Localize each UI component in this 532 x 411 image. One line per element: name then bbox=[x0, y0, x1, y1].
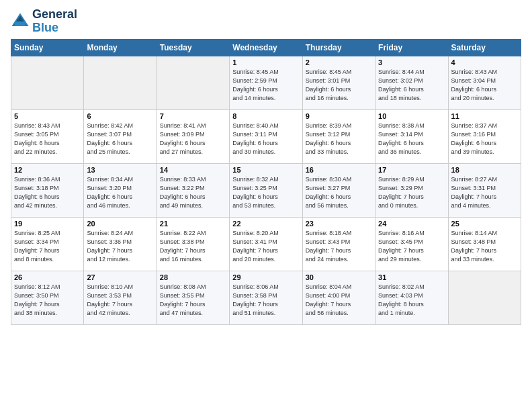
logo-icon bbox=[11, 12, 30, 31]
day-info: Sunrise: 8:30 AM Sunset: 3:27 PM Dayligh… bbox=[306, 175, 372, 210]
calendar-cell: 10Sunrise: 8:38 AM Sunset: 3:14 PM Dayli… bbox=[375, 109, 448, 163]
day-number: 21 bbox=[160, 220, 226, 228]
calendar-cell: 18Sunrise: 8:27 AM Sunset: 3:31 PM Dayli… bbox=[448, 163, 521, 217]
day-info: Sunrise: 8:39 AM Sunset: 3:12 PM Dayligh… bbox=[306, 122, 372, 156]
calendar-cell: 12Sunrise: 8:36 AM Sunset: 3:18 PM Dayli… bbox=[11, 163, 84, 217]
day-info: Sunrise: 8:34 AM Sunset: 3:20 PM Dayligh… bbox=[87, 175, 153, 210]
day-number: 8 bbox=[232, 112, 299, 120]
day-info: Sunrise: 8:45 AM Sunset: 2:59 PM Dayligh… bbox=[232, 68, 299, 103]
day-number: 9 bbox=[306, 112, 372, 120]
calendar-cell: 22Sunrise: 8:20 AM Sunset: 3:41 PM Dayli… bbox=[230, 217, 302, 271]
day-number: 15 bbox=[232, 166, 299, 174]
day-number: 6 bbox=[87, 112, 153, 120]
day-number: 18 bbox=[451, 166, 518, 174]
calendar-cell: 16Sunrise: 8:30 AM Sunset: 3:27 PM Dayli… bbox=[302, 163, 375, 217]
day-number: 13 bbox=[87, 166, 153, 174]
day-info: Sunrise: 8:04 AM Sunset: 4:00 PM Dayligh… bbox=[306, 283, 372, 318]
calendar-cell: 23Sunrise: 8:18 AM Sunset: 3:43 PM Dayli… bbox=[302, 217, 375, 271]
day-info: Sunrise: 8:20 AM Sunset: 3:41 PM Dayligh… bbox=[232, 229, 299, 264]
day-number: 29 bbox=[232, 273, 299, 281]
weekday-header-sunday: Sunday bbox=[11, 39, 84, 56]
day-info: Sunrise: 8:32 AM Sunset: 3:25 PM Dayligh… bbox=[232, 175, 299, 210]
calendar-cell: 25Sunrise: 8:14 AM Sunset: 3:48 PM Dayli… bbox=[448, 217, 521, 271]
calendar-cell: 7Sunrise: 8:41 AM Sunset: 3:09 PM Daylig… bbox=[157, 109, 229, 163]
calendar-table: SundayMondayTuesdayWednesdayThursdayFrid… bbox=[11, 39, 521, 325]
calendar-cell: 8Sunrise: 8:40 AM Sunset: 3:11 PM Daylig… bbox=[230, 109, 302, 163]
day-info: Sunrise: 8:08 AM Sunset: 3:55 PM Dayligh… bbox=[160, 283, 226, 318]
calendar-container: General Blue SundayMondayTuesdayWednesda… bbox=[0, 0, 532, 330]
day-number: 7 bbox=[160, 112, 226, 120]
day-info: Sunrise: 8:10 AM Sunset: 3:53 PM Dayligh… bbox=[87, 283, 153, 318]
calendar-cell: 5Sunrise: 8:43 AM Sunset: 3:05 PM Daylig… bbox=[11, 109, 84, 163]
calendar-cell: 1Sunrise: 8:45 AM Sunset: 2:59 PM Daylig… bbox=[230, 56, 302, 109]
weekday-header-friday: Friday bbox=[375, 39, 448, 56]
calendar-cell bbox=[448, 271, 521, 324]
weekday-header-wednesday: Wednesday bbox=[230, 39, 302, 56]
calendar-cell bbox=[157, 56, 229, 109]
calendar-cell: 29Sunrise: 8:06 AM Sunset: 3:58 PM Dayli… bbox=[230, 271, 302, 324]
calendar-cell: 31Sunrise: 8:02 AM Sunset: 4:03 PM Dayli… bbox=[375, 271, 448, 324]
week-row-4: 19Sunrise: 8:25 AM Sunset: 3:34 PM Dayli… bbox=[11, 217, 521, 271]
day-info: Sunrise: 8:22 AM Sunset: 3:38 PM Dayligh… bbox=[160, 229, 226, 264]
calendar-cell: 30Sunrise: 8:04 AM Sunset: 4:00 PM Dayli… bbox=[302, 271, 375, 324]
day-info: Sunrise: 8:02 AM Sunset: 4:03 PM Dayligh… bbox=[378, 283, 445, 318]
day-info: Sunrise: 8:14 AM Sunset: 3:48 PM Dayligh… bbox=[451, 229, 518, 264]
day-number: 27 bbox=[87, 273, 153, 281]
calendar-cell: 11Sunrise: 8:37 AM Sunset: 3:16 PM Dayli… bbox=[448, 109, 521, 163]
day-info: Sunrise: 8:44 AM Sunset: 3:02 PM Dayligh… bbox=[378, 68, 445, 103]
day-number: 25 bbox=[451, 220, 518, 228]
calendar-cell: 20Sunrise: 8:24 AM Sunset: 3:36 PM Dayli… bbox=[84, 217, 157, 271]
day-info: Sunrise: 8:40 AM Sunset: 3:11 PM Dayligh… bbox=[232, 122, 299, 156]
day-number: 24 bbox=[378, 220, 445, 228]
weekday-header-saturday: Saturday bbox=[448, 39, 521, 56]
logo: General Blue bbox=[11, 8, 77, 35]
calendar-cell: 15Sunrise: 8:32 AM Sunset: 3:25 PM Dayli… bbox=[230, 163, 302, 217]
week-row-3: 12Sunrise: 8:36 AM Sunset: 3:18 PM Dayli… bbox=[11, 163, 521, 217]
weekday-header-tuesday: Tuesday bbox=[157, 39, 229, 56]
week-row-5: 26Sunrise: 8:12 AM Sunset: 3:50 PM Dayli… bbox=[11, 271, 521, 324]
day-info: Sunrise: 8:43 AM Sunset: 3:05 PM Dayligh… bbox=[14, 122, 81, 156]
day-info: Sunrise: 8:16 AM Sunset: 3:45 PM Dayligh… bbox=[378, 229, 445, 264]
day-info: Sunrise: 8:45 AM Sunset: 3:01 PM Dayligh… bbox=[306, 68, 372, 103]
calendar-cell: 3Sunrise: 8:44 AM Sunset: 3:02 PM Daylig… bbox=[375, 56, 448, 109]
day-info: Sunrise: 8:43 AM Sunset: 3:04 PM Dayligh… bbox=[451, 68, 518, 103]
calendar-cell bbox=[11, 56, 84, 109]
day-number: 12 bbox=[14, 166, 81, 174]
day-info: Sunrise: 8:18 AM Sunset: 3:43 PM Dayligh… bbox=[306, 229, 372, 264]
calendar-cell: 21Sunrise: 8:22 AM Sunset: 3:38 PM Dayli… bbox=[157, 217, 229, 271]
weekday-header-thursday: Thursday bbox=[302, 39, 375, 56]
weekday-header-monday: Monday bbox=[84, 39, 157, 56]
calendar-cell: 14Sunrise: 8:33 AM Sunset: 3:22 PM Dayli… bbox=[157, 163, 229, 217]
calendar-cell: 27Sunrise: 8:10 AM Sunset: 3:53 PM Dayli… bbox=[84, 271, 157, 324]
calendar-cell: 9Sunrise: 8:39 AM Sunset: 3:12 PM Daylig… bbox=[302, 109, 375, 163]
weekday-header-row: SundayMondayTuesdayWednesdayThursdayFrid… bbox=[11, 39, 521, 56]
day-number: 31 bbox=[378, 273, 445, 281]
day-number: 20 bbox=[87, 220, 153, 228]
day-number: 14 bbox=[160, 166, 226, 174]
calendar-cell: 13Sunrise: 8:34 AM Sunset: 3:20 PM Dayli… bbox=[84, 163, 157, 217]
day-number: 10 bbox=[378, 112, 445, 120]
day-number: 17 bbox=[378, 166, 445, 174]
header: General Blue bbox=[11, 8, 521, 35]
day-number: 3 bbox=[378, 58, 445, 66]
calendar-cell: 26Sunrise: 8:12 AM Sunset: 3:50 PM Dayli… bbox=[11, 271, 84, 324]
svg-rect-2 bbox=[15, 21, 26, 26]
day-info: Sunrise: 8:27 AM Sunset: 3:31 PM Dayligh… bbox=[451, 175, 518, 210]
day-number: 22 bbox=[232, 220, 299, 228]
day-info: Sunrise: 8:42 AM Sunset: 3:07 PM Dayligh… bbox=[87, 122, 153, 156]
week-row-2: 5Sunrise: 8:43 AM Sunset: 3:05 PM Daylig… bbox=[11, 109, 521, 163]
day-number: 30 bbox=[306, 273, 372, 281]
day-number: 4 bbox=[451, 58, 518, 66]
day-info: Sunrise: 8:12 AM Sunset: 3:50 PM Dayligh… bbox=[14, 283, 81, 318]
day-info: Sunrise: 8:37 AM Sunset: 3:16 PM Dayligh… bbox=[451, 122, 518, 156]
day-info: Sunrise: 8:33 AM Sunset: 3:22 PM Dayligh… bbox=[160, 175, 226, 210]
day-number: 16 bbox=[306, 166, 372, 174]
day-info: Sunrise: 8:06 AM Sunset: 3:58 PM Dayligh… bbox=[232, 283, 299, 318]
calendar-cell: 19Sunrise: 8:25 AM Sunset: 3:34 PM Dayli… bbox=[11, 217, 84, 271]
calendar-cell: 6Sunrise: 8:42 AM Sunset: 3:07 PM Daylig… bbox=[84, 109, 157, 163]
day-info: Sunrise: 8:29 AM Sunset: 3:29 PM Dayligh… bbox=[378, 175, 445, 210]
calendar-cell: 24Sunrise: 8:16 AM Sunset: 3:45 PM Dayli… bbox=[375, 217, 448, 271]
day-number: 28 bbox=[160, 273, 226, 281]
day-number: 23 bbox=[306, 220, 372, 228]
calendar-cell: 28Sunrise: 8:08 AM Sunset: 3:55 PM Dayli… bbox=[157, 271, 229, 324]
